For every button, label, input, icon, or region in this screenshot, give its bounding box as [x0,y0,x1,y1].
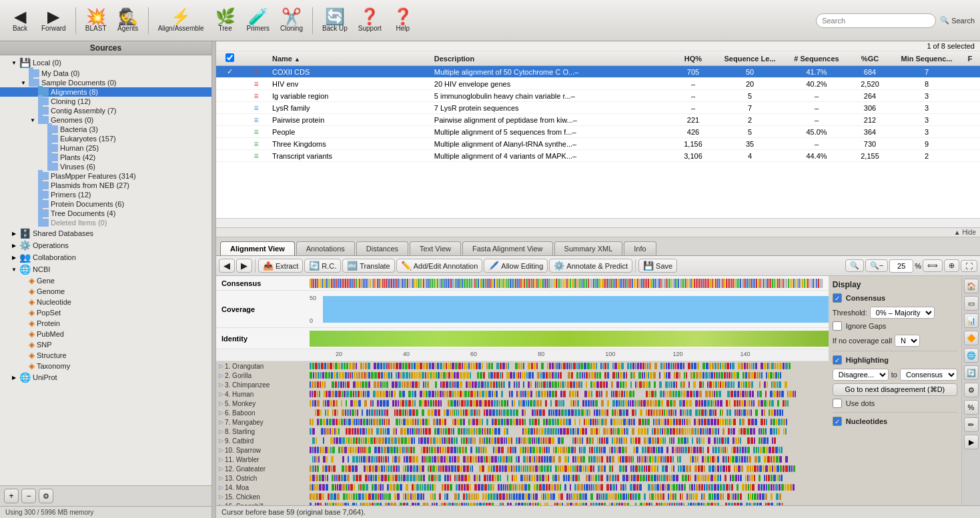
zoom-out-button[interactable]: 🔍− [865,259,888,272]
ri-btn-nav[interactable]: ▶ [964,435,979,449]
row-checkbox[interactable]: ✓ [216,67,243,76]
sidebar-item-protein[interactable]: ◈ Protein [0,318,211,329]
zoom-search-button[interactable]: 🔍 [845,259,864,272]
back-button[interactable]: ◀ Back [5,6,35,35]
sequence-row[interactable]: ▷1. Orangutan [216,361,829,371]
tree-button[interactable]: 🌿 Tree [211,6,240,35]
sidebar-item-uniprot[interactable]: ▶ 🌐 UniProt [0,371,211,383]
sidebar-item-bacteria[interactable]: Bacteria (3) [0,125,211,134]
tab-distances[interactable]: Distances [356,241,408,255]
sidebar-item-sample-docs[interactable]: ▼ Sample Documents (0) [0,78,211,87]
col-name-header[interactable]: Name ▲ [270,55,432,63]
nav-back-button[interactable]: ◀ [219,259,235,273]
sequence-row[interactable]: ▷3. Chimpanzee [216,380,829,389]
sequence-row[interactable]: ▷9. Catbird [216,436,829,445]
sequence-row[interactable]: ▷10. Sparrow [216,445,829,455]
sequence-row[interactable]: ▷15. Chicken [216,492,829,501]
next-disagreement-button[interactable]: Go to next disagreement (⌘D) [833,383,957,396]
help-button[interactable]: ❓ Help [388,6,418,35]
table-row[interactable]: ≡ Transcript variants Multiple alignment… [216,150,980,162]
gear-button[interactable]: ⚙ [39,489,53,503]
ri-btn-1[interactable]: 🏠 [964,279,979,293]
zoom-fullscreen-button[interactable]: ⛶ [961,260,977,272]
primers-button[interactable]: 🧪 Primers [243,6,274,35]
highlighting-from-select[interactable]: Disagree... [833,369,889,381]
sidebar-item-plants[interactable]: Plants (42) [0,153,211,162]
ri-btn-3[interactable]: 📊 [964,313,979,328]
sidebar-item-collaboration[interactable]: ▶ 👥 Collaboration [0,251,211,263]
sidebar-item-cloning[interactable]: Cloning (12) [0,97,211,106]
sidebar-item-plasmids[interactable]: Plasmids from NEB (27) [0,181,211,190]
extract-button[interactable]: 📤 Extract [258,259,303,273]
sequence-row[interactable]: ▷2. Gorilla [216,371,829,380]
horizontal-scrollbar[interactable] [216,218,980,227]
hide-button[interactable]: ▲ Hide [954,229,976,236]
highlighting-checkbox[interactable]: ✓ [833,355,842,365]
tab-annotations[interactable]: Annotations [296,241,355,255]
sidebar-item-popset[interactable]: ◈ PopSet [0,307,211,318]
rc-button[interactable]: 🔄 R.C. [304,259,341,273]
tab-alignment-view[interactable]: Alignment View [220,241,295,255]
consensus-checkbox[interactable]: ✓ [833,293,842,303]
sequence-list[interactable]: ▷1. Orangutan▷2. Gorilla▷3. Chimpanzee▷4… [216,361,829,505]
zoom-input[interactable] [889,259,913,273]
allow-editing-button[interactable]: 🖊️ Allow Editing [484,259,548,273]
ri-btn-pct[interactable]: % [964,400,979,415]
file-list-body[interactable]: ✓ ≡ COXII CDS Multiple alignment of 50 C… [216,66,980,218]
ri-btn-2[interactable]: ▭ [964,296,979,311]
sidebar-item-eukaryotes[interactable]: Eukaryotes (157) [0,134,211,143]
ri-btn-5[interactable]: 🌐 [964,348,979,363]
highlighting-to-select[interactable]: Consensus [900,369,957,381]
sequence-row[interactable]: ▷12. Gnateater [216,464,829,473]
ri-btn-refresh[interactable]: 🔄 [964,365,979,380]
sequence-row[interactable]: ▷6. Baboon [216,408,829,417]
sequence-row[interactable]: ▷5. Monkey [216,399,829,408]
ri-btn-edit[interactable]: ✏ [964,417,979,432]
sidebar-item-gene[interactable]: ◈ Gene [0,275,211,286]
add-edit-annotation-button[interactable]: ✏️ Add/Edit Annotation [396,259,483,273]
sequence-row[interactable]: ▷8. Starling [216,427,829,436]
forward-button[interactable]: ▶ Forward [37,6,70,35]
sidebar-item-human[interactable]: Human (25) [0,143,211,153]
sequence-row[interactable]: ▷7. Mangabey [216,417,829,427]
sidebar-item-taxonomy[interactable]: ◈ Taxonomy [0,361,211,371]
sequence-row[interactable]: ▷14. Moa [216,483,829,492]
sidebar-item-contig[interactable]: Contig Assembly (7) [0,106,211,115]
sequence-row[interactable]: ▷11. Warbler [216,455,829,464]
align-assemble-button[interactable]: ⚡ Align/Assemble [154,6,208,35]
add-button[interactable]: + [4,489,19,503]
sidebar-item-primers[interactable]: Primers (12) [0,190,211,199]
sidebar-item-tree-docs[interactable]: Tree Documents (4) [0,209,211,218]
table-row[interactable]: ✓ ≡ COXII CDS Multiple alignment of 50 C… [216,66,980,78]
table-row[interactable]: ≡ People Multiple alignment of 5 sequenc… [216,126,980,138]
table-row[interactable]: ≡ Ig variable region 5 immunoglobulin he… [216,90,980,102]
table-row[interactable]: ≡ LysR family 7 LysR protein sequences –… [216,102,980,114]
sidebar-item-ncbi[interactable]: ▼ 🌐 NCBI [0,263,211,275]
threshold-select[interactable]: 0% – Majority [870,307,935,319]
sidebar-item-pubmed[interactable]: ◈ PubMed [0,329,211,339]
table-row[interactable]: ≡ Pairwise protein Pairwise alignment of… [216,114,980,126]
table-row[interactable]: ≡ Three Kingdoms Multiple alignment of A… [216,138,980,150]
save-button[interactable]: 💾 Save [638,259,677,273]
sidebar-item-genome[interactable]: ◈ Genome [0,286,211,297]
search-button[interactable]: 🔍 Search [940,16,975,25]
cloning-button[interactable]: ✂️ Cloning [276,6,307,35]
tab-fasta-alignment[interactable]: Fasta Alignment View [462,241,553,255]
ri-btn-gear[interactable]: ⚙ [964,383,979,397]
sequence-row[interactable]: ▷4. Human [216,389,829,399]
zoom-fit-button[interactable]: ⟺ [923,259,943,272]
annotate-predict-button[interactable]: ⚙️ Annotate & Predict [549,259,632,273]
sidebar-tree[interactable]: ▼ 💾 Local (0) My Data (0) ▼ Sample Docum… [0,55,211,485]
sidebar-item-operations[interactable]: ▶ ⚙️ Operations [0,239,211,251]
no-coverage-select[interactable]: N [895,335,920,347]
sidebar-item-genomes[interactable]: ▼ Genomes (0) [0,115,211,125]
sidebar-item-alignments[interactable]: Alignments (8) [0,87,211,97]
use-dots-checkbox[interactable] [833,399,842,408]
remove-button[interactable]: − [21,489,36,503]
tab-summary-xml[interactable]: Summary XML [554,241,623,255]
tab-text-view[interactable]: Text View [410,241,461,255]
sequence-row[interactable]: ▷13. Ostrich [216,473,829,483]
ignore-gaps-checkbox[interactable] [833,321,842,331]
tab-info[interactable]: Info [624,241,656,255]
sidebar-item-plasmpapper[interactable]: PlasMpper Features (314) [0,171,211,181]
